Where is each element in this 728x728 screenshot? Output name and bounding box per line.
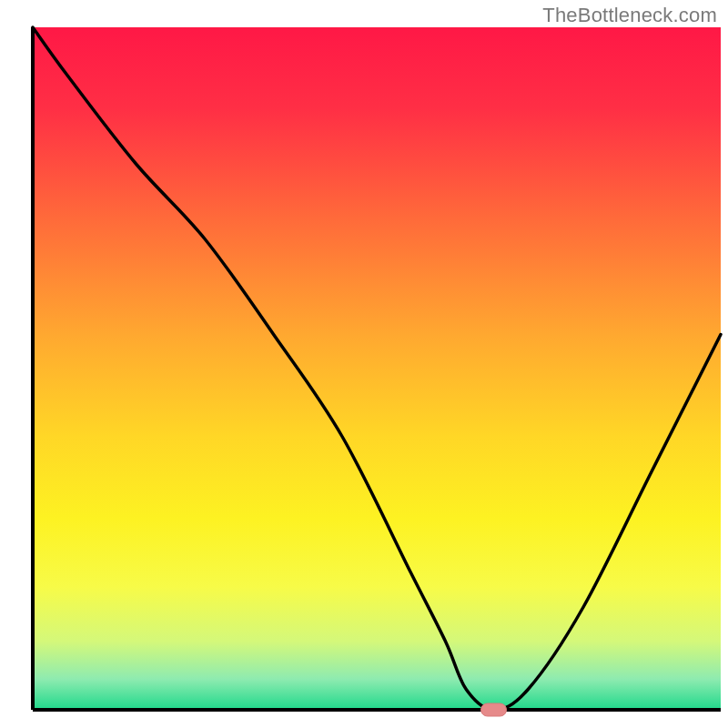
chart-svg — [0, 0, 728, 728]
bottleneck-chart: TheBottleneck.com — [0, 0, 728, 728]
attribution-label: TheBottleneck.com — [542, 4, 717, 27]
optimum-marker — [481, 703, 507, 716]
plot-background — [33, 27, 721, 710]
